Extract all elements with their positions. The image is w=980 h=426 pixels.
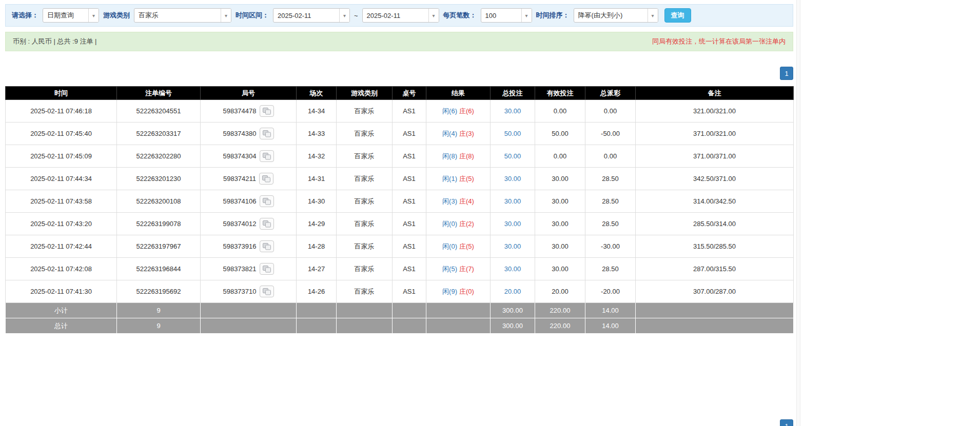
view-cards-button[interactable] [260, 105, 274, 117]
banker-result: 庄(5) [459, 175, 474, 182]
banker-result: 庄(6) [459, 107, 474, 115]
chevron-down-icon: ▾ [221, 9, 231, 22]
total-bet-link[interactable]: 50.00 [504, 152, 521, 160]
total-bet-link[interactable]: 50.00 [504, 130, 521, 137]
cards-icon [263, 288, 271, 295]
cards-icon [263, 108, 271, 115]
table-row: 2025-02-11 07:45:09522263202280598374304… [6, 145, 794, 168]
game-type-label: 游戏类别 [103, 11, 130, 20]
cell-result: 闲(4)庄(3) [426, 123, 491, 145]
cell-result: 闲(0)庄(5) [426, 235, 491, 258]
total-row: 总计9300.00220.0014.00 [6, 318, 794, 334]
filter-bar: 请选择： 日期查询 ▾ 游戏类别 百家乐 ▾ 时间区间： 2025-02-11 … [5, 4, 793, 27]
cell-bet-id: 522263202280 [117, 145, 201, 168]
total-bet-link[interactable]: 30.00 [504, 265, 521, 273]
total-bet-link[interactable]: 30.00 [504, 197, 521, 205]
cell-time: 2025-02-11 07:43:20 [6, 213, 117, 235]
sort-select[interactable]: 降幂(由大到小) ▾ [574, 8, 658, 23]
subtotal-cell-11 [636, 303, 794, 318]
cell-total-bet: 30.00 [491, 258, 535, 280]
cell-valid-bet: 20.00 [535, 280, 585, 303]
total-bet-link[interactable]: 20.00 [504, 288, 521, 295]
subtotal-cell-6 [393, 303, 426, 318]
round-number: 598374211 [223, 175, 256, 182]
column-header-3: 局号 [201, 87, 297, 100]
banker-result: 庄(5) [459, 242, 474, 250]
cell-session: 14-32 [297, 145, 337, 168]
cell-game: 百家乐 [337, 100, 393, 123]
cell-round: 598374211 [201, 168, 297, 190]
total-cell-9: 220.00 [535, 318, 585, 334]
pagination-bottom: 1 [5, 419, 793, 426]
cell-table-no: AS1 [393, 123, 426, 145]
summary-notice: 同局有效投注，统一计算在该局第一张注单内 [652, 37, 786, 46]
banker-result: 庄(7) [459, 265, 474, 273]
subtotal-cell-10: 14.00 [585, 303, 636, 318]
view-cards-button[interactable] [260, 286, 274, 297]
cards-icon [263, 153, 271, 160]
summary-bar: 币别 : 人民币 | 总共 :9 注单 | 同局有效投注，统一计算在该局第一张注… [5, 32, 793, 51]
cell-table-no: AS1 [393, 235, 426, 258]
time-range-label: 时间区间： [236, 11, 269, 20]
view-cards-button[interactable] [260, 128, 274, 139]
cell-remark: 314.00/342.50 [636, 190, 794, 213]
total-bet-link[interactable]: 30.00 [504, 175, 521, 182]
total-bet-link[interactable]: 30.00 [504, 220, 521, 228]
main-content: 请选择： 日期查询 ▾ 游戏类别 百家乐 ▾ 时间区间： 2025-02-11 … [5, 4, 793, 334]
cards-icon [262, 175, 270, 182]
view-cards-button[interactable] [259, 173, 273, 185]
cell-table-no: AS1 [393, 145, 426, 168]
cell-valid-bet: 0.00 [535, 145, 585, 168]
view-cards-button[interactable] [260, 218, 274, 230]
cell-remark: 287.00/315.50 [636, 258, 794, 280]
cell-payout: -30.00 [585, 235, 636, 258]
cell-table-no: AS1 [393, 100, 426, 123]
subtotal-cell-2: 9 [117, 303, 201, 318]
total-bet-link[interactable]: 30.00 [504, 242, 521, 250]
date-to-input[interactable]: 2025-02-11 ▾ [362, 8, 439, 23]
date-from-value: 2025-02-11 [273, 9, 339, 22]
date-from-input[interactable]: 2025-02-11 ▾ [273, 8, 350, 23]
search-button[interactable]: 查询 [664, 8, 691, 23]
view-cards-button[interactable] [260, 150, 274, 162]
round-number: 598373821 [223, 265, 256, 273]
cell-total-bet: 20.00 [491, 280, 535, 303]
subtotal-cell-7 [426, 303, 491, 318]
column-header-4: 场次 [297, 87, 337, 100]
cell-game: 百家乐 [337, 235, 393, 258]
table-row: 2025-02-11 07:43:58522263200108598374106… [6, 190, 794, 213]
banker-result: 庄(0) [459, 288, 474, 295]
round-number: 598373710 [223, 288, 256, 295]
cell-valid-bet: 30.00 [535, 168, 585, 190]
column-header-8: 总投注 [491, 87, 535, 100]
page-button-1-bottom[interactable]: 1 [780, 419, 793, 426]
chevron-down-icon: ▾ [648, 9, 658, 22]
table-row: 2025-02-11 07:46:18522263204551598374478… [6, 100, 794, 123]
cell-time: 2025-02-11 07:45:40 [6, 123, 117, 145]
cell-table-no: AS1 [393, 168, 426, 190]
total-bet-link[interactable]: 30.00 [504, 107, 521, 115]
game-type-select[interactable]: 百家乐 ▾ [134, 8, 231, 23]
column-header-5: 游戏类别 [337, 87, 393, 100]
query-type-select[interactable]: 日期查询 ▾ [43, 8, 99, 23]
cell-game: 百家乐 [337, 258, 393, 280]
player-result: 闲(6) [442, 107, 457, 115]
cell-total-bet: 30.00 [491, 213, 535, 235]
page-size-select[interactable]: 100 ▾ [481, 8, 532, 23]
page-button-1[interactable]: 1 [780, 67, 793, 80]
scrollbar-track[interactable] [796, 0, 800, 426]
view-cards-button[interactable] [260, 240, 274, 252]
total-cell-1: 总计 [6, 318, 117, 334]
cell-game: 百家乐 [337, 190, 393, 213]
cell-remark: 371.00/321.00 [636, 123, 794, 145]
game-type-value: 百家乐 [134, 9, 221, 22]
view-cards-button[interactable] [260, 263, 274, 275]
cell-session: 14-34 [297, 100, 337, 123]
cell-bet-id: 522263196844 [117, 258, 201, 280]
view-cards-button[interactable] [260, 195, 274, 207]
cell-valid-bet: 30.00 [535, 190, 585, 213]
column-header-6: 桌号 [393, 87, 426, 100]
cell-round: 598373710 [201, 280, 297, 303]
cell-payout: -50.00 [585, 123, 636, 145]
cell-total-bet: 50.00 [491, 145, 535, 168]
